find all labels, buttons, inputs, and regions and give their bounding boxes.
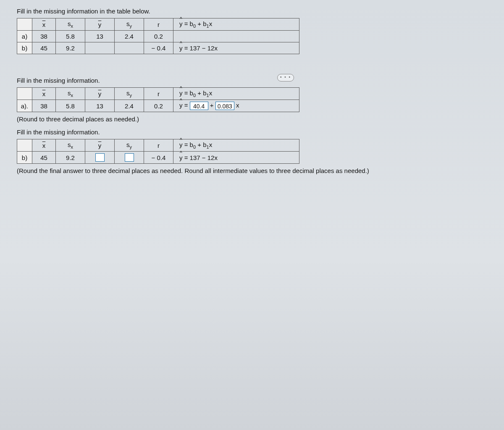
cell-a2-x: 38	[32, 100, 56, 112]
header-ybar: y	[98, 90, 102, 97]
header-xbar: x	[42, 21, 46, 28]
cell-a-x: 38	[32, 31, 56, 42]
cell-b-eq: y = 137 − 12x	[173, 42, 299, 54]
cell-a-sx: 5.8	[56, 31, 85, 42]
header-sy: sy	[126, 20, 132, 27]
header-equation: y = b0 + b1x	[173, 139, 299, 152]
cell-b-sy	[115, 42, 144, 54]
row-label-a2: a).	[17, 100, 32, 112]
cell-a-eq	[173, 31, 299, 42]
cell-a2-y: 13	[85, 100, 115, 112]
table-row: b) 45 9.2 − 0.4 y = 137 − 12x	[17, 42, 299, 54]
cell-a2-sx: 5.8	[56, 100, 85, 112]
header-ybar: y	[98, 21, 102, 28]
header-xbar: x	[42, 142, 46, 149]
cell-a-y: 13	[85, 31, 115, 42]
table-answer-a: x sx y sy r y = b0 + b1x a). 38 5.8 13 2…	[17, 87, 299, 112]
header-equation: y = b0 + b1x	[173, 88, 299, 100]
row-label-b2: b)	[17, 152, 32, 164]
header-equation: y = b0 + b1x	[173, 18, 299, 31]
cell-a-r: 0.2	[144, 31, 173, 42]
hint-b: (Round the final answer to three decimal…	[17, 167, 496, 174]
table-row: a). 38 5.8 13 2.4 0.2 y = 40.4 + 0.083 x	[17, 100, 299, 112]
cell-b-y	[85, 42, 115, 54]
cell-a2-eq: y = 40.4 + 0.083 x	[173, 100, 299, 112]
instruction-b: Fill in the missing information.	[17, 128, 496, 136]
table-row: a) 38 5.8 13 2.4 0.2	[17, 31, 299, 42]
more-button[interactable]: • • •	[277, 74, 294, 81]
table-question: x sx y sy r y = b0 + b1x a) 38 5.8 13 2.…	[17, 18, 299, 54]
cell-b2-y	[85, 152, 115, 164]
cell-b2-eq: y = 137 − 12x	[173, 152, 299, 164]
row-label-b: b)	[17, 42, 32, 54]
cell-b-r: − 0.4	[144, 42, 173, 54]
answer-input-sy[interactable]	[125, 153, 134, 162]
answer-input-ybar[interactable]	[95, 153, 105, 162]
header-ybar: y	[98, 142, 102, 149]
cell-b2-x: 45	[32, 152, 56, 164]
cell-a-sy: 2.4	[115, 31, 144, 42]
hint-a: (Round to three decimal places as needed…	[17, 115, 496, 123]
cell-b2-r: − 0.4	[144, 152, 173, 164]
header-xbar: x	[42, 90, 46, 97]
answer-input-b1[interactable]: 0.083	[215, 102, 234, 110]
answer-input-b0[interactable]: 40.4	[190, 102, 208, 110]
header-sx: sx	[68, 20, 73, 27]
header-sy: sy	[126, 141, 132, 148]
header-r: r	[144, 18, 173, 31]
header-sy: sy	[126, 89, 132, 97]
header-sx: sx	[68, 141, 73, 148]
table-header-row: x sx y sy r y = b0 + b1x	[17, 18, 299, 31]
header-r: r	[144, 88, 173, 100]
cell-b-sx: 9.2	[56, 42, 85, 54]
row-label-a: a)	[17, 31, 32, 42]
table-row: b) 45 9.2 − 0.4 y = 137 − 12x	[17, 152, 299, 164]
header-r: r	[144, 139, 173, 152]
cell-a2-sy: 2.4	[115, 100, 144, 112]
table-answer-b: x sx y sy r y = b0 + b1x b) 45 9.2 − 0.4…	[17, 139, 299, 164]
instruction-top: Fill in the missing information in the t…	[17, 8, 496, 15]
header-sx: sx	[68, 89, 73, 97]
cell-b-x: 45	[32, 42, 56, 54]
cell-b2-sx: 9.2	[56, 152, 85, 164]
cell-a2-r: 0.2	[144, 100, 173, 112]
cell-b2-sy	[115, 152, 144, 164]
table-header-row: x sx y sy r y = b0 + b1x	[17, 88, 299, 100]
instruction-a: Fill in the missing information.	[17, 77, 496, 84]
table-header-row: x sx y sy r y = b0 + b1x	[17, 139, 299, 152]
